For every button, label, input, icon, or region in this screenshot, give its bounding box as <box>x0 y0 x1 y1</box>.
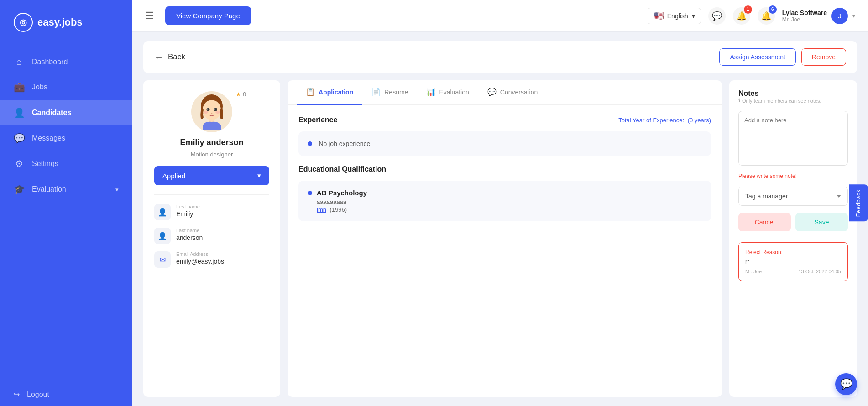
tab-conversation-label: Conversation <box>500 88 538 96</box>
chevron-down-icon: ▾ <box>852 13 855 19</box>
chevron-down-icon: ▾ <box>257 172 261 180</box>
tab-application[interactable]: 📋 Application <box>297 80 362 105</box>
main-content: ☰ View Company Page 🇺🇸 English ▾ 💬 🔔 1 🔔… <box>132 0 868 406</box>
svg-point-4 <box>207 109 208 110</box>
star-rating: ★ 0 <box>236 91 246 98</box>
user-initials: J <box>838 12 842 20</box>
tab-application-label: Application <box>319 88 353 96</box>
user-details: Lylac Software Mr. Joe <box>782 9 827 23</box>
left-panel: ★ 0 Emiliy anderson Motion designer Appl… <box>143 80 280 397</box>
logo-symbol: ◎ <box>20 17 27 27</box>
cancel-note-button[interactable]: Cancel <box>738 213 791 231</box>
language-selector[interactable]: 🇺🇸 English ▾ <box>648 8 701 24</box>
sidebar-item-dashboard[interactable]: ⌂ Dashboard <box>0 49 132 74</box>
notes-title: Notes <box>738 89 848 98</box>
sidebar-item-label: Settings <box>32 160 58 168</box>
logout-label: Logout <box>27 390 49 399</box>
settings-icon: ⚙ <box>14 158 25 169</box>
avatar: J <box>831 8 848 24</box>
company-name: Lylac Software <box>782 9 827 16</box>
reject-reason: rr <box>745 258 841 265</box>
svg-point-7 <box>215 111 220 114</box>
tag-manager-select[interactable]: Tag a manager <box>738 187 848 206</box>
chat-bubble-button[interactable]: 💬 <box>835 373 857 395</box>
sidebar-nav: ⌂ Dashboard 💼 Jobs 👤 Candidates 💬 Messag… <box>0 45 132 383</box>
status-label: Applied <box>162 172 185 180</box>
last-name-value: anderson <box>176 234 203 241</box>
info-icon: ℹ <box>738 98 740 104</box>
sidebar-item-settings[interactable]: ⚙ Settings <box>0 151 132 177</box>
avatar-wrapper: ★ 0 <box>191 91 232 132</box>
chat-bubble-icon: 💬 <box>840 378 852 390</box>
chat-icon: 💬 <box>712 11 722 21</box>
back-label: Back <box>168 52 185 62</box>
sidebar-item-evaluation[interactable]: 🎓 Evaluation ▾ <box>0 177 132 202</box>
jobs-icon: 💼 <box>14 82 25 93</box>
remove-button[interactable]: Remove <box>801 48 846 66</box>
user-name: Mr. Joe <box>782 16 827 23</box>
person-icon: 👤 <box>154 228 171 244</box>
sidebar: ◎ easy.jobs ⌂ Dashboard 💼 Jobs 👤 Candida… <box>0 0 132 406</box>
tab-conversation[interactable]: 💬 Conversation <box>478 80 547 105</box>
email-icon: ✉ <box>154 251 171 268</box>
candidate-name: Emiliy anderson <box>180 138 243 147</box>
messages-icon: 💬 <box>14 133 25 144</box>
notes-textarea[interactable] <box>738 111 848 166</box>
education-title: Educational Qualification <box>298 165 386 173</box>
right-panel: Notes ℹ Only team members can see notes.… <box>729 80 857 397</box>
view-company-button[interactable]: View Company Page <box>165 6 251 25</box>
edu-link[interactable]: imn <box>317 206 326 213</box>
svg-point-6 <box>204 111 208 114</box>
alert-button[interactable]: 🔔 6 <box>758 7 775 25</box>
candidate-profile: ★ 0 Emiliy anderson Motion designer Appl… <box>154 91 269 195</box>
back-arrow-icon: ← <box>154 52 163 62</box>
sidebar-item-label: Evaluation <box>32 185 66 193</box>
notes-error: Please write some note! <box>738 173 848 179</box>
back-bar: ← Back Assign Assessment Remove <box>143 41 857 73</box>
reject-meta: Mr. Joe 13 Oct, 2022 04:05 <box>745 269 841 274</box>
notes-section: Notes ℹ Only team members can see notes. <box>738 89 848 104</box>
edu-year: (1996) <box>330 206 347 213</box>
bullet-icon <box>308 191 312 195</box>
logo-text: easy.jobs <box>37 16 83 28</box>
evaluation-icon: 🎓 <box>14 184 25 195</box>
assign-assessment-button[interactable]: Assign Assessment <box>719 48 795 66</box>
avatar-svg <box>193 94 230 130</box>
candidates-icon: 👤 <box>14 107 25 118</box>
reject-date: 13 Oct, 2022 04:05 <box>798 269 841 274</box>
tabs-bar: 📋 Application 📄 Resume 📊 Evaluation 💬 Co… <box>288 80 722 105</box>
logout-button[interactable]: ↪ Logout <box>0 383 132 406</box>
email-label: Email Address <box>176 251 224 257</box>
hamburger-menu-icon[interactable]: ☰ <box>145 10 154 22</box>
last-name-label: Last name <box>176 228 203 233</box>
content-area: ★ 0 Emiliy anderson Motion designer Appl… <box>143 80 857 397</box>
svg-point-5 <box>214 109 215 110</box>
star-icon: ★ <box>236 91 241 98</box>
notification-button[interactable]: 🔔 1 <box>733 7 750 25</box>
tab-resume[interactable]: 📄 Resume <box>362 80 417 105</box>
info-row-lastname: 👤 Last name anderson <box>154 228 269 244</box>
tab-resume-label: Resume <box>384 88 408 96</box>
sidebar-item-jobs[interactable]: 💼 Jobs <box>0 74 132 100</box>
evaluation-tab-icon: 📊 <box>426 88 435 96</box>
feedback-tab[interactable]: Feedback <box>849 185 868 222</box>
tab-content: Experience Total Year of Experience: (0 … <box>288 105 722 397</box>
sidebar-item-label: Dashboard <box>32 58 68 66</box>
sidebar-item-messages[interactable]: 💬 Messages <box>0 125 132 151</box>
chat-button[interactable]: 💬 <box>708 7 726 25</box>
logout-icon: ↪ <box>14 390 20 399</box>
experience-section-header: Experience Total Year of Experience: (0 … <box>298 116 711 124</box>
info-section: 👤 First name Emiliy 👤 Last name anderson <box>154 204 269 268</box>
svg-point-3 <box>214 108 217 111</box>
first-name-label: First name <box>176 204 200 209</box>
sidebar-item-candidates[interactable]: 👤 Candidates <box>0 100 132 125</box>
back-button[interactable]: ← Back <box>154 52 185 62</box>
notification-badge: 1 <box>744 5 752 14</box>
status-dropdown[interactable]: Applied ▾ <box>154 166 269 185</box>
feedback-label[interactable]: Feedback <box>849 185 868 222</box>
user-info[interactable]: Lylac Software Mr. Joe J ▾ <box>782 8 855 24</box>
experience-card: No job experience <box>298 131 711 156</box>
save-note-button[interactable]: Save <box>795 213 848 231</box>
svg-point-2 <box>207 108 210 111</box>
tab-evaluation[interactable]: 📊 Evaluation <box>417 80 478 105</box>
